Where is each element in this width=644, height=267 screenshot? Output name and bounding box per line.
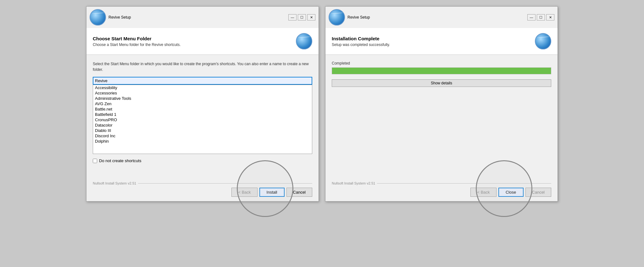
folder-list-item[interactable]: Discord Inc <box>93 133 312 139</box>
app-icon-2 <box>329 9 345 26</box>
header-section-2: Installation Complete Setup was complete… <box>325 28 558 55</box>
checkbox-row: Do not create shortcuts <box>93 158 312 163</box>
content-2: Completed Show details <box>325 55 558 181</box>
header-subtitle-1: Choose a Start Menu folder for the Reviv… <box>93 43 180 47</box>
header-icon-1 <box>296 33 312 49</box>
progress-label: Completed <box>332 61 551 65</box>
folder-list-item[interactable]: Accessories <box>93 90 312 96</box>
close-button-2[interactable]: ✕ <box>546 14 554 20</box>
header-section-1: Choose Start Menu Folder Choose a Start … <box>86 28 319 55</box>
nullsoft-label-1: Nullsoft Install System v2.51 <box>93 181 312 185</box>
progress-bar-fill <box>332 68 551 74</box>
title-bar-controls-1: — ☐ ✕ <box>288 14 315 20</box>
header-text-1: Choose Start Menu Folder Choose a Start … <box>93 36 180 47</box>
progress-bar-container <box>332 67 551 74</box>
title-bar-controls-2: — ☐ ✕ <box>527 14 554 20</box>
cancel-button-2[interactable]: Cancel <box>525 188 551 197</box>
title-bar-text-2: Revive Setup <box>347 15 525 20</box>
folder-list-item[interactable]: Battlefield 1 <box>93 112 312 117</box>
button-row-2: < Back Close Cancel <box>325 188 558 201</box>
folder-list-item[interactable]: Administrative Tools <box>93 96 312 101</box>
title-bar-text-1: Revive Setup <box>108 15 286 20</box>
show-details-button[interactable]: Show details <box>332 79 551 87</box>
close-button-1[interactable]: ✕ <box>307 14 315 20</box>
back-button-1[interactable]: < Back <box>231 188 257 197</box>
app-icon-1 <box>90 9 106 26</box>
title-bar-1: Revive Setup — ☐ ✕ <box>86 7 319 28</box>
content-1: Select the Start Menu folder in which yo… <box>86 55 319 181</box>
folder-list-item[interactable]: CronusPRO <box>93 117 312 122</box>
folder-list-item[interactable]: Dolphin <box>93 139 312 144</box>
minimize-button-1[interactable]: — <box>288 14 297 20</box>
header-subtitle-2: Setup was completed successfully. <box>332 43 390 47</box>
cancel-button-1[interactable]: Cancel <box>286 188 312 197</box>
minimize-button-2[interactable]: — <box>527 14 536 20</box>
header-text-2: Installation Complete Setup was complete… <box>332 36 390 47</box>
button-row-1: < Back Install Cancel <box>86 188 319 201</box>
window-choose-folder: Revive Setup — ☐ ✕ Choose Start Menu Fol… <box>86 6 319 202</box>
footer-1: Nullsoft Install System v2.51 <box>86 181 319 188</box>
description-1: Select the Start Menu folder in which yo… <box>93 61 312 72</box>
maximize-button-1[interactable]: ☐ <box>298 14 306 20</box>
folder-list: AccessibilityAccessoriesAdministrative T… <box>93 85 312 144</box>
folder-list-item[interactable]: Battle.net <box>93 106 312 112</box>
header-title-1: Choose Start Menu Folder <box>93 36 180 41</box>
folder-list-item[interactable]: Accessibility <box>93 85 312 90</box>
nullsoft-label-2: Nullsoft Install System v2.51 <box>332 181 551 185</box>
footer-2: Nullsoft Install System v2.51 <box>325 181 558 188</box>
no-shortcuts-checkbox[interactable] <box>93 159 97 163</box>
folder-name-input[interactable] <box>93 77 312 85</box>
install-button[interactable]: Install <box>259 188 285 197</box>
folder-list-container[interactable]: AccessibilityAccessoriesAdministrative T… <box>93 85 312 154</box>
no-shortcuts-label: Do not create shortcuts <box>99 158 141 163</box>
window-installation-complete: Revive Setup — ☐ ✕ Installation Complete… <box>325 6 558 202</box>
folder-list-item[interactable]: AVG Zen <box>93 101 312 106</box>
close-button-main[interactable]: Close <box>498 188 524 197</box>
back-button-2[interactable]: < Back <box>470 188 496 197</box>
title-bar-2: Revive Setup — ☐ ✕ <box>325 7 558 28</box>
header-icon-2 <box>535 33 551 49</box>
maximize-button-2[interactable]: ☐ <box>537 14 545 20</box>
folder-list-item[interactable]: Datacolor <box>93 122 312 128</box>
folder-list-item[interactable]: Diablo III <box>93 128 312 133</box>
header-title-2: Installation Complete <box>332 36 390 41</box>
